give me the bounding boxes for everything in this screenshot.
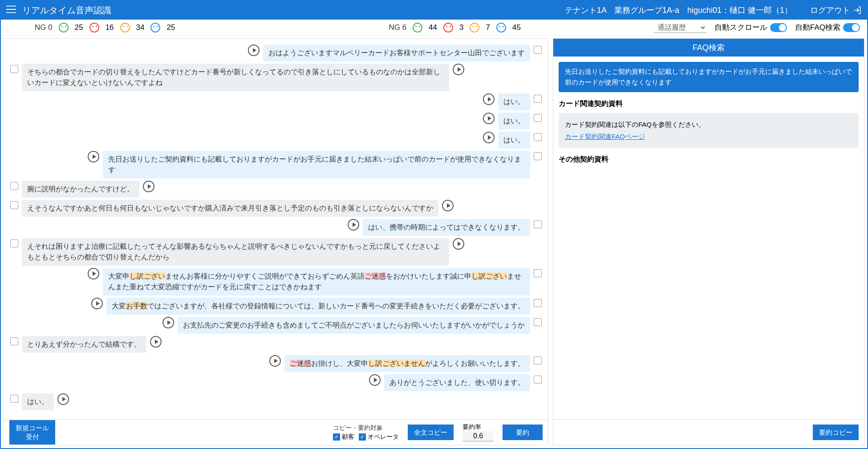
history-select[interactable]: 通話履歴	[654, 22, 706, 33]
face-blue-icon	[150, 23, 160, 32]
play-icon[interactable]	[369, 374, 381, 386]
chat-row: 腕に説明がなかったんですけど。	[10, 181, 542, 198]
select-checkbox[interactable]	[534, 133, 542, 141]
chat-bubble: おはようございますマルベリーカードお客様サポートセンター山田でございます	[263, 44, 530, 61]
logout-button[interactable]: ログアウト	[810, 5, 862, 16]
auto-faq-toggle[interactable]	[843, 23, 860, 32]
chat-row: ご迷惑お掛けし、大変申し訳ございませんがよろしくお願いいたします。	[10, 355, 542, 372]
select-checkbox[interactable]	[534, 46, 542, 54]
copy-target-label: コピー・要約対象	[333, 424, 399, 432]
play-icon[interactable]	[269, 355, 281, 367]
face-yellow-icon	[470, 23, 479, 32]
play-icon[interactable]	[483, 113, 495, 124]
menu-icon[interactable]	[6, 5, 19, 16]
auto-scroll-toggle[interactable]	[770, 23, 787, 32]
face-blue-icon	[496, 23, 506, 32]
select-checkbox[interactable]	[534, 269, 542, 277]
logout-label: ログアウト	[810, 5, 850, 16]
play-icon[interactable]	[248, 44, 260, 56]
right-sentiment-counts: NG 6 44 3 7 45	[389, 23, 520, 32]
select-checkbox[interactable]	[10, 239, 18, 247]
summarize-button[interactable]: 要約	[503, 425, 543, 441]
faq-result-box: カード契約関連は以下のFAQを参照ください。 カード契約関連FAQページ	[559, 113, 859, 148]
face-green-icon	[413, 23, 422, 32]
chat-transcript: おはようございますマルベリーカードお客様サポートセンター山田でございますそちらの…	[4, 39, 548, 419]
chat-row: 大変申し訳ございませんお客様に分かりやすくご説明ができておらずごめん英語ご迷惑を…	[10, 268, 542, 295]
chat-bubble: はい。	[498, 93, 530, 110]
auto-scroll-label: 自動スクロール	[714, 22, 767, 32]
chat-row: とりあえず分かったんで結構です。	[10, 336, 542, 353]
select-checkbox[interactable]	[534, 356, 542, 364]
select-checkbox[interactable]	[10, 337, 18, 345]
chat-bubble: はい。	[498, 132, 530, 149]
chat-bubble: 先日お送りしたご契約資料にも記載しておりますがカードがお手元に届きました結末いっ…	[103, 151, 530, 178]
select-checkbox[interactable]	[10, 182, 18, 190]
play-icon[interactable]	[150, 336, 162, 348]
select-checkbox[interactable]	[534, 152, 542, 160]
chat-row: 大変お手数ではございますが、各社様での登録情報については、新しいカード番号への変…	[10, 298, 542, 315]
select-checkbox[interactable]	[534, 299, 542, 307]
face-red-icon	[89, 23, 99, 32]
user-info: テナント1A 業務グループ1A-a higuchi01：樋口 健一郎（1）	[565, 5, 792, 16]
chat-row: えそうなんですかあと何日も何日もないじゃないですか購入済みで来月引き落とし予定の…	[10, 200, 542, 217]
chat-bubble: えそれは困りますよ治療に記載したってそんな影響あるならちゃんと説明するべきじゃな…	[22, 238, 449, 266]
chat-bubble: 大変申し訳ございませんお客様に分かりやすくご説明ができておらずごめん英語ご迷惑を…	[103, 268, 530, 295]
chat-row: はい。	[10, 132, 542, 149]
select-checkbox[interactable]	[534, 376, 542, 384]
chat-bubble: ご迷惑お掛けし、大変申し訳ございませんがよろしくお願いいたします。	[284, 355, 530, 372]
chat-row: おはようございますマルベリーカードお客様サポートセンター山田でございます	[10, 44, 542, 61]
chat-bubble: はい。	[22, 393, 54, 410]
left-sentiment-counts: NG 0 25 16 34 25	[35, 23, 175, 32]
faq-link[interactable]: カード契約関連FAQページ	[565, 133, 645, 140]
app-title: リアルタイム音声認識	[22, 4, 111, 16]
customer-checkbox[interactable]: ✓顧客	[333, 433, 354, 441]
chat-row: そちらの都合でカードの切り替えをしたんですけどカード番号が新しくなってるので引き…	[10, 64, 542, 91]
play-icon[interactable]	[348, 219, 359, 231]
chat-bubble: はい。	[498, 113, 530, 129]
select-checkbox[interactable]	[534, 220, 542, 228]
select-checkbox[interactable]	[534, 95, 542, 103]
chat-row: ありがとうございました、使い切ります。	[10, 374, 542, 391]
play-icon[interactable]	[483, 132, 495, 143]
chat-bubble: とりあえず分かったんで結構です。	[22, 336, 146, 353]
chat-bubble: 大変お手数ではございますが、各社様での登録情報については、新しいカード番号への変…	[106, 298, 530, 315]
chat-row: えそれは困りますよ治療に記載したってそんな影響あるならちゃんと説明するべきじゃな…	[10, 238, 542, 266]
select-checkbox[interactable]	[534, 114, 542, 122]
chat-bubble: ありがとうございました、使い切ります。	[384, 374, 530, 391]
faq-query: 先日お送りしたご契約資料にも記載しておりますがカードがお手元に届きました結末いっ…	[559, 62, 859, 92]
select-checkbox[interactable]	[534, 318, 542, 326]
chat-bubble: そちらの都合でカードの切り替えをしたんですけどカード番号が新しくなってるので引き…	[22, 64, 449, 91]
chat-row: はい。	[10, 113, 542, 129]
select-checkbox[interactable]	[10, 201, 18, 209]
summary-copy-button[interactable]: 要約コピー	[813, 425, 859, 441]
chat-bubble: えそうなんですかあと何日も何日もないじゃないですか購入済みで来月引き落とし予定の…	[22, 200, 438, 217]
play-icon[interactable]	[57, 393, 69, 405]
select-checkbox[interactable]	[10, 65, 18, 73]
chat-bubble: お支払先のご変更のお手続きも含めましてご不明点がございましたらお伺いいたしますが…	[178, 317, 530, 334]
chat-row: はい。	[10, 393, 542, 410]
play-icon[interactable]	[91, 298, 103, 309]
chat-bubble: 腕に説明がなかったんですけど。	[22, 181, 139, 198]
play-icon[interactable]	[442, 200, 454, 211]
play-icon[interactable]	[453, 238, 464, 250]
chat-row: 先日お送りしたご契約資料にも記載しておりますがカードがお手元に届きました結末いっ…	[10, 151, 542, 178]
faq-section-title: カード関連契約資料	[559, 99, 859, 109]
face-yellow-icon	[120, 23, 130, 32]
play-icon[interactable]	[162, 317, 174, 328]
chat-row: はい。	[10, 93, 542, 110]
play-icon[interactable]	[88, 151, 99, 162]
auto-faq-label: 自動FAQ検索	[795, 22, 840, 32]
faq-section-title: その他契約資料	[559, 155, 859, 164]
faq-header: FAQ検索	[553, 39, 864, 57]
play-icon[interactable]	[453, 64, 464, 75]
new-call-button[interactable]: 新規コール 受付	[9, 420, 55, 445]
chat-row: はい、携帯の時期によってはできなくなります。	[10, 219, 542, 236]
play-icon[interactable]	[483, 93, 495, 105]
rate-input[interactable]	[462, 431, 494, 441]
play-icon[interactable]	[143, 181, 154, 192]
select-checkbox[interactable]	[10, 395, 18, 403]
chat-row: お支払先のご変更のお手続きも含めましてご不明点がございましたらお伺いいたしますが…	[10, 317, 542, 334]
full-copy-button[interactable]: 全文コピー	[408, 425, 454, 441]
play-icon[interactable]	[88, 268, 99, 279]
operator-checkbox[interactable]: ✓オペレータ	[359, 433, 399, 441]
